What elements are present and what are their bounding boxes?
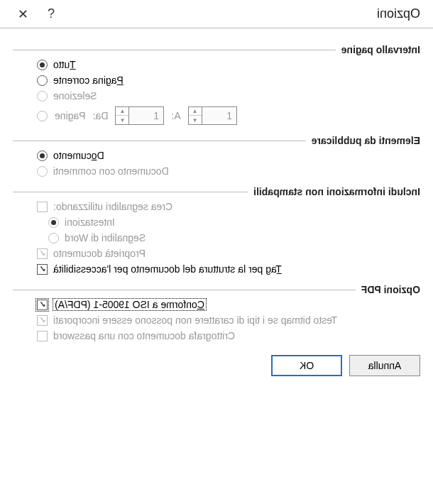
label-all: Tutto (53, 59, 75, 70)
label-bookmarks: Crea segnalibri utilizzando: (53, 201, 172, 212)
row-selection: Selezione (13, 88, 420, 104)
divider (13, 192, 248, 192)
dialog-content: Intervallo pagine Tutto Pagina corrente … (0, 28, 433, 344)
label-selection: Selezione (53, 90, 97, 102)
label-to: A: (171, 110, 180, 121)
label-tags: Tag per la struttura del documento per l… (53, 263, 282, 275)
row-bookmarks: Crea segnalibri utilizzando: (13, 199, 420, 214)
divider (13, 50, 336, 50)
radio-selection (37, 91, 48, 102)
checkbox-bitmap (37, 315, 48, 326)
input-from[interactable] (129, 110, 163, 121)
ok-button[interactable]: OK (271, 355, 342, 376)
section-nonprint-title: Includi informazioni non stampabili (253, 186, 420, 197)
label-current: Pagina corrente (53, 75, 124, 86)
spin-down-icon[interactable]: ▼ (189, 116, 202, 124)
divider (13, 141, 306, 141)
titlebar: Opzioni ? ✕ (0, 0, 433, 28)
checkbox-iso[interactable] (37, 300, 48, 310)
radio-headings (48, 217, 59, 228)
label-from: Da: (93, 110, 109, 121)
label-document: Documento (53, 150, 104, 161)
radio-doc-comments (37, 166, 48, 177)
row-doc-comments: Documento con commenti (13, 163, 420, 179)
row-all: Tutto (13, 57, 420, 72)
row-tags: Tag per la struttura del documento per l… (13, 261, 420, 277)
label-doc-comments: Documento con commenti (53, 165, 169, 177)
checkbox-bookmarks (37, 202, 48, 212)
row-document: Documento (13, 148, 420, 163)
divider (13, 290, 356, 290)
radio-all[interactable] (37, 60, 48, 70)
spin-up-icon[interactable]: ▲ (116, 107, 128, 116)
label-encrypt: Crittografa documento con una password (53, 330, 235, 341)
radio-current-page[interactable] (37, 75, 48, 86)
section-publish-title: Elementi da pubblicare (312, 135, 420, 146)
radio-pages[interactable] (37, 111, 48, 121)
checkbox-tags[interactable] (37, 264, 48, 275)
label-pages: Pagine (55, 110, 86, 121)
close-icon: ✕ (18, 6, 28, 22)
label-word-bookmarks: Segnalibri di Word (65, 232, 146, 243)
button-bar: Annulla OK (0, 344, 433, 388)
row-word-bookmarks: Segnalibri di Word (13, 230, 420, 246)
spin-down-icon[interactable]: ▼ (116, 116, 128, 124)
radio-word-bookmarks (48, 233, 59, 243)
row-headings: Intestazioni (13, 214, 420, 230)
help-button[interactable]: ? (37, 0, 65, 28)
label-headings: Intestazioni (65, 217, 115, 228)
row-encrypt: Crittografa documento con una password (13, 328, 420, 344)
label-bitmap: Testo bitmap se i tipi di carattere non … (53, 314, 337, 326)
section-pdf-title: Opzioni PDF (361, 284, 420, 295)
radio-document[interactable] (37, 150, 48, 161)
section-publish: Elementi da pubblicare (13, 135, 420, 146)
spin-to[interactable]: ▲▼ (188, 106, 237, 125)
close-button[interactable]: ✕ (9, 0, 37, 28)
row-iso: Conforme a ISO 19005-1 (PDF/A) (13, 297, 420, 312)
checkbox-encrypt (37, 331, 48, 341)
input-to[interactable] (202, 110, 236, 121)
spin-up-icon[interactable]: ▲ (189, 107, 202, 116)
section-page-range: Intervallo pagine (13, 44, 420, 55)
help-icon: ? (48, 6, 55, 21)
cancel-button[interactable]: Annulla (349, 355, 420, 376)
section-pdf: Opzioni PDF (13, 284, 420, 295)
row-bitmap: Testo bitmap se i tipi di carattere non … (13, 312, 420, 328)
row-current: Pagina corrente (13, 72, 420, 88)
spin-from[interactable]: ▲▼ (115, 106, 164, 125)
dialog-title: Opzioni (65, 6, 424, 21)
label-iso: Conforme a ISO 19005-1 (PDF/A) (53, 299, 206, 310)
checkbox-docprops (37, 248, 48, 259)
label-docprops: Proprietà documento (53, 248, 146, 259)
row-pages: ▲▼ A: ▲▼ Da: Pagine (13, 104, 420, 128)
section-page-range-title: Intervallo pagine (341, 44, 420, 55)
row-docprops: Proprietà documento (13, 246, 420, 261)
section-nonprint: Includi informazioni non stampabili (13, 186, 420, 197)
